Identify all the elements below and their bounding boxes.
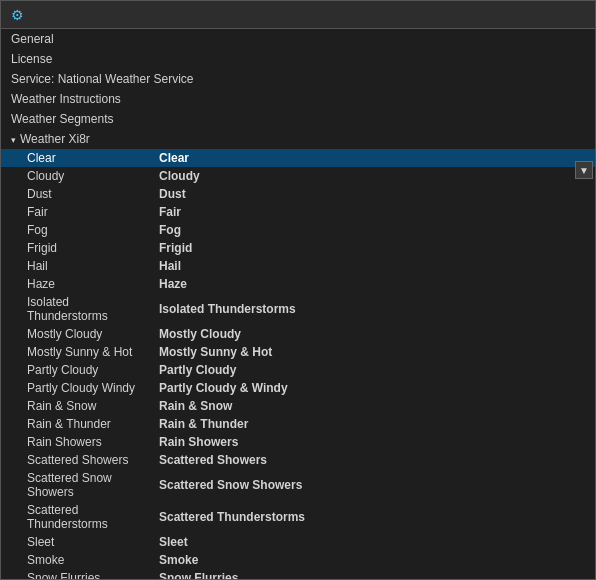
col-right: Partly Cloudy	[149, 362, 595, 378]
col-left: Partly Cloudy Windy	[1, 380, 149, 396]
nav-item-weather-xi8r[interactable]: ▾Weather Xi8r	[1, 129, 595, 149]
col-right: Frigid	[149, 240, 595, 256]
table-row[interactable]: SleetSleet	[1, 533, 595, 551]
configuration-window: ⚙ GeneralLicenseService: National Weathe…	[0, 0, 596, 580]
table-row[interactable]: Isolated ThunderstormsIsolated Thunderst…	[1, 293, 595, 325]
title-bar: ⚙	[1, 1, 595, 29]
col-left: Frigid	[1, 240, 149, 256]
table-row[interactable]: Partly CloudyPartly Cloudy	[1, 361, 595, 379]
nav-item-general[interactable]: General	[1, 29, 595, 49]
weather-table: ClearClearCloudyCloudyDustDustFairFairFo…	[1, 149, 595, 579]
col-right: Fair	[149, 204, 595, 220]
col-right: Isolated Thunderstorms	[149, 301, 595, 317]
col-left: Isolated Thunderstorms	[1, 294, 149, 324]
col-right: Rain & Thunder	[149, 416, 595, 432]
col-left: Rain & Thunder	[1, 416, 149, 432]
col-right: Mostly Cloudy	[149, 326, 595, 342]
col-right: Dust	[149, 186, 595, 202]
table-row[interactable]: Scattered ShowersScattered Showers	[1, 451, 595, 469]
col-right: Clear	[149, 150, 595, 166]
col-left: Scattered Thunderstorms	[1, 502, 149, 532]
table-row[interactable]: ClearClear	[1, 149, 595, 167]
col-left: Smoke	[1, 552, 149, 568]
nav-section: GeneralLicenseService: National Weather …	[1, 29, 595, 149]
col-right: Haze	[149, 276, 595, 292]
nav-item-weather-instructions[interactable]: Weather Instructions	[1, 89, 595, 109]
col-left: Snow Flurries	[1, 570, 149, 579]
col-right: Mostly Sunny & Hot	[149, 344, 595, 360]
col-left: Rain Showers	[1, 434, 149, 450]
table-row[interactable]: FairFair	[1, 203, 595, 221]
col-left: Dust	[1, 186, 149, 202]
app-icon: ⚙	[9, 7, 25, 23]
table-row[interactable]: FrigidFrigid	[1, 239, 595, 257]
table-row[interactable]: HazeHaze	[1, 275, 595, 293]
table-row[interactable]: Scattered ThunderstormsScattered Thunder…	[1, 501, 595, 533]
col-left: Hail	[1, 258, 149, 274]
col-right: Hail	[149, 258, 595, 274]
col-right: Scattered Showers	[149, 452, 595, 468]
maximize-button[interactable]	[529, 4, 557, 26]
table-row[interactable]: CloudyCloudy	[1, 167, 595, 185]
col-right: Rain & Snow	[149, 398, 595, 414]
table-row[interactable]: FogFog	[1, 221, 595, 239]
col-right: Scattered Thunderstorms	[149, 509, 595, 525]
col-left: Clear	[1, 150, 149, 166]
close-button[interactable]	[559, 4, 587, 26]
col-right: Rain Showers	[149, 434, 595, 450]
col-right: Scattered Snow Showers	[149, 477, 595, 493]
col-left: Scattered Showers	[1, 452, 149, 468]
dropdown-arrow[interactable]: ▼	[575, 161, 593, 179]
col-left: Cloudy	[1, 168, 149, 184]
col-left: Fog	[1, 222, 149, 238]
main-content: GeneralLicenseService: National Weather …	[1, 29, 595, 579]
nav-item-license[interactable]: License	[1, 49, 595, 69]
table-row[interactable]: Rain & SnowRain & Snow	[1, 397, 595, 415]
col-right: Snow Flurries	[149, 570, 595, 579]
table-row[interactable]: Snow FlurriesSnow Flurries	[1, 569, 595, 579]
col-right: Sleet	[149, 534, 595, 550]
table-row[interactable]: Mostly CloudyMostly Cloudy	[1, 325, 595, 343]
table-row[interactable]: Rain & ThunderRain & Thunder	[1, 415, 595, 433]
table-row[interactable]: DustDust	[1, 185, 595, 203]
col-left: Partly Cloudy	[1, 362, 149, 378]
col-left: Mostly Cloudy	[1, 326, 149, 342]
table-section: ClearClearCloudyCloudyDustDustFairFairFo…	[1, 149, 595, 579]
table-row[interactable]: Rain ShowersRain Showers	[1, 433, 595, 451]
table-row[interactable]: SmokeSmoke	[1, 551, 595, 569]
col-left: Sleet	[1, 534, 149, 550]
col-right: Cloudy	[149, 168, 595, 184]
col-left: Haze	[1, 276, 149, 292]
nav-item-weather-segments[interactable]: Weather Segments	[1, 109, 595, 129]
col-left: Rain & Snow	[1, 398, 149, 414]
nav-item-service[interactable]: Service: National Weather Service	[1, 69, 595, 89]
col-right: Smoke	[149, 552, 595, 568]
col-left: Mostly Sunny & Hot	[1, 344, 149, 360]
window-controls	[499, 4, 587, 26]
table-row[interactable]: Mostly Sunny & HotMostly Sunny & Hot	[1, 343, 595, 361]
col-left: Scattered Snow Showers	[1, 470, 149, 500]
minimize-button[interactable]	[499, 4, 527, 26]
col-right: Fog	[149, 222, 595, 238]
col-right: Partly Cloudy & Windy	[149, 380, 595, 396]
main-area: GeneralLicenseService: National Weather …	[1, 29, 595, 579]
col-left: Fair	[1, 204, 149, 220]
table-row[interactable]: Scattered Snow ShowersScattered Snow Sho…	[1, 469, 595, 501]
table-row[interactable]: Partly Cloudy WindyPartly Cloudy & Windy	[1, 379, 595, 397]
table-row[interactable]: HailHail	[1, 257, 595, 275]
